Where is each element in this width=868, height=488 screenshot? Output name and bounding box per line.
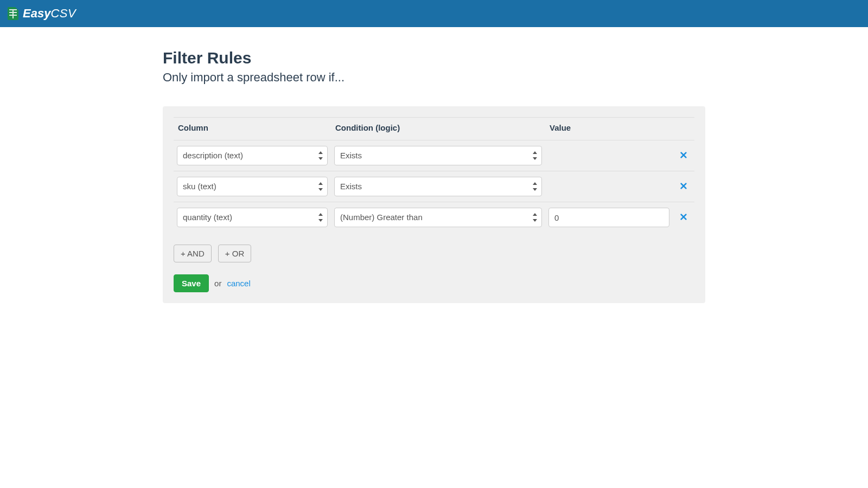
- add-or-button[interactable]: + OR: [218, 245, 251, 262]
- brand-logo[interactable]: EasyCSV: [8, 7, 76, 21]
- rules-panel: Column Condition (logic) Value descripti…: [163, 106, 705, 303]
- save-button[interactable]: Save: [174, 274, 209, 292]
- brand-thin: CSV: [50, 7, 76, 20]
- page-subtitle: Only import a spreadsheet row if...: [163, 70, 705, 85]
- save-row: Save or cancel: [174, 274, 694, 292]
- value-input[interactable]: [548, 208, 669, 227]
- column-select[interactable]: sku (text): [177, 177, 328, 196]
- close-icon: [680, 151, 687, 159]
- delete-rule-button[interactable]: [679, 151, 688, 160]
- delete-rule-button[interactable]: [679, 213, 688, 222]
- add-and-button[interactable]: + AND: [174, 245, 212, 262]
- rule-row: description (text) Exists: [174, 140, 694, 171]
- main-container: Filter Rules Only import a spreadsheet r…: [163, 27, 705, 303]
- spreadsheet-icon: [8, 7, 18, 20]
- column-select[interactable]: quantity (text): [177, 208, 328, 227]
- header-delete: [673, 118, 694, 140]
- cancel-link[interactable]: cancel: [227, 279, 250, 288]
- page-title: Filter Rules: [163, 49, 705, 67]
- condition-select[interactable]: (Number) Greater than: [334, 208, 542, 227]
- header-condition: Condition (logic): [331, 118, 545, 140]
- condition-select[interactable]: Exists: [334, 177, 542, 196]
- topbar: EasyCSV: [0, 0, 868, 27]
- add-rule-buttons: + AND + OR: [174, 245, 694, 262]
- rule-row: quantity (text) (Number) Greater than: [174, 202, 694, 233]
- brand-bold: Easy: [23, 7, 50, 20]
- header-value: Value: [545, 118, 673, 140]
- rule-row: sku (text) Exists: [174, 171, 694, 202]
- or-text: or: [214, 279, 221, 288]
- column-select[interactable]: description (text): [177, 146, 328, 165]
- close-icon: [680, 182, 687, 190]
- condition-select[interactable]: Exists: [334, 146, 542, 165]
- delete-rule-button[interactable]: [679, 182, 688, 191]
- rules-table: Column Condition (logic) Value descripti…: [174, 117, 694, 233]
- header-column: Column: [174, 118, 331, 140]
- close-icon: [680, 213, 687, 221]
